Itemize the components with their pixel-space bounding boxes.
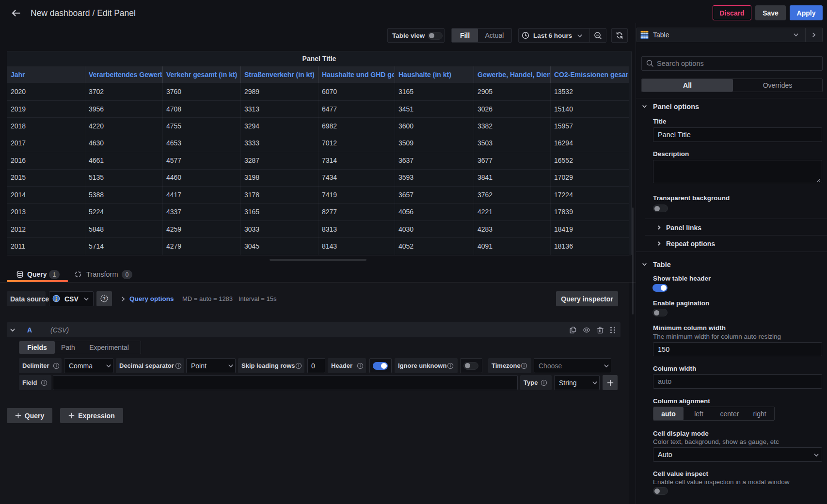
svg-text:?: ?	[103, 296, 106, 301]
